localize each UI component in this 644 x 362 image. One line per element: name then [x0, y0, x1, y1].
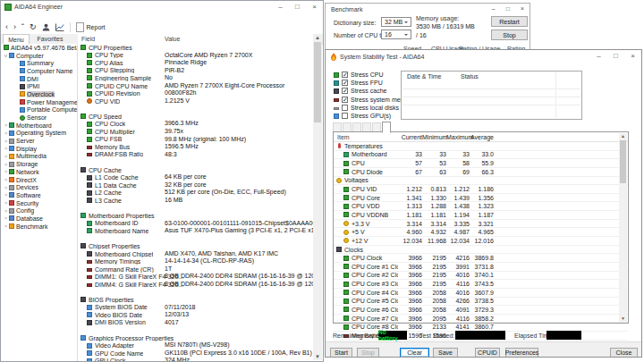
- stress-checkbox[interactable]: [342, 72, 348, 78]
- stress-checkbox[interactable]: [342, 80, 348, 86]
- maximize-button[interactable]: □: [501, 4, 515, 13]
- clear-button[interactable]: Clear: [400, 348, 429, 358]
- minimize-button[interactable]: –: [590, 50, 607, 61]
- statistics-row[interactable]: CPU 57 53 58 55.9: [334, 159, 628, 168]
- statistics-row[interactable]: CPU VID 1.212 0.813 1.212 1.186: [334, 185, 628, 194]
- tree-caret-icon[interactable]: >: [3, 185, 9, 190]
- property-row[interactable]: Memory Bus 1596.5 MHz: [78, 143, 313, 151]
- maximize-button[interactable]: □: [289, 1, 306, 12]
- tree-item[interactable]: > DirectX: [1, 176, 77, 184]
- property-row[interactable]: [78, 235, 313, 243]
- property-row[interactable]: L1 Data Cache 32 KB per core: [78, 181, 313, 189]
- tree-item[interactable]: > Server: [1, 137, 77, 145]
- tree-caret-icon[interactable]: >: [3, 177, 9, 182]
- start-button[interactable]: Start: [330, 348, 352, 358]
- up-icon[interactable]: ˆ: [21, 23, 24, 31]
- tree-item[interactable]: DMI: [1, 75, 77, 83]
- tree-caret-icon[interactable]: >: [3, 146, 9, 151]
- tree-caret-icon[interactable]: >: [3, 200, 9, 206]
- scrollbar-thumb[interactable]: [620, 140, 626, 183]
- property-row[interactable]: Graphics Processor Properties: [78, 334, 313, 342]
- close-button[interactable]: ×: [306, 1, 323, 12]
- field-column-header[interactable]: Field: [81, 36, 95, 42]
- statistics-row[interactable]: CPU Core #4 Clock 3966 2058 4016 3607.9: [334, 289, 628, 298]
- tree-item[interactable]: > Display: [1, 145, 77, 153]
- stress-checkbox[interactable]: [342, 88, 348, 94]
- statistics-scrollbar[interactable]: ▲ ▼: [619, 133, 627, 322]
- statistics-row[interactable]: CPU Core #3 Clock 3966 2195 4116 3743.5: [334, 280, 628, 289]
- property-row[interactable]: Motherboard Properties: [78, 212, 313, 220]
- property-row[interactable]: [78, 158, 313, 166]
- user-icon[interactable]: [42, 23, 50, 31]
- statistics-row[interactable]: Voltages: [334, 177, 628, 186]
- property-row[interactable]: Chipset Properties: [78, 242, 313, 250]
- property-row[interactable]: CPU VID 1.2125 V: [78, 97, 313, 105]
- tree-item[interactable]: Sensor: [1, 114, 77, 122]
- property-row[interactable]: L1 Code Cache 64 KB per core: [78, 173, 313, 181]
- tree-item[interactable]: > Security: [1, 199, 77, 207]
- statistics-row[interactable]: CPU Core #7 Clock 3966 2095 4116 3858.2: [334, 315, 628, 324]
- tree-item[interactable]: AIDA64 v5.97.4676 Beta: [1, 44, 77, 52]
- scroll-up-icon[interactable]: ▲: [619, 133, 627, 139]
- property-row[interactable]: CPUID CPU Name AMD Ryzen 7 2700X Eight-C…: [78, 82, 313, 90]
- scroll-up-icon[interactable]: ▲: [313, 34, 322, 41]
- column-maximum[interactable]: Maximum: [446, 134, 470, 140]
- tree-caret-icon[interactable]: >: [3, 208, 9, 214]
- property-row[interactable]: CPU Cache: [78, 166, 313, 174]
- tree-item[interactable]: Computer Name: [1, 67, 77, 75]
- report-button[interactable]: Report: [76, 22, 106, 32]
- column-average[interactable]: Average: [470, 134, 494, 140]
- chart-icon[interactable]: [55, 23, 64, 31]
- tree-item[interactable]: > Motherboard: [1, 122, 77, 130]
- close-button[interactable]: ×: [624, 50, 641, 61]
- statistics-row[interactable]: Temperatures: [334, 142, 628, 151]
- scrollbar-thumb[interactable]: [314, 42, 321, 122]
- property-row[interactable]: [78, 289, 313, 297]
- restart-button[interactable]: Restart: [491, 16, 528, 27]
- statistics-row[interactable]: Clocks: [334, 246, 628, 255]
- cpuid-button[interactable]: CPUID: [475, 348, 500, 358]
- property-row[interactable]: CPUID Revision 00800F82h: [78, 89, 313, 97]
- tree-item[interactable]: v Computer: [1, 52, 77, 60]
- property-row[interactable]: Motherboard Name Asus TUF X470-Plus Gami…: [78, 227, 313, 235]
- tree-caret-icon[interactable]: >: [3, 223, 9, 229]
- property-row[interactable]: DIMM4: G Skill FlareX F4-320... 8 GB DDR…: [78, 281, 313, 289]
- forward-icon[interactable]: ›: [13, 23, 16, 31]
- property-row[interactable]: CPU Alias Pinnacle Ridge: [78, 59, 313, 67]
- column-minimum[interactable]: Minimum: [422, 134, 446, 140]
- tree-item[interactable]: > Benchmark: [1, 223, 77, 231]
- property-row[interactable]: System BIOS Date 07/11/2018: [78, 304, 313, 312]
- property-row[interactable]: Motherboard Chipset AMD X470, AMD Taisha…: [78, 250, 313, 258]
- property-row[interactable]: CPU Stepping PiR-B2: [78, 67, 313, 75]
- tree-caret-icon[interactable]: >: [3, 122, 9, 128]
- tree-caret-icon[interactable]: v: [3, 53, 9, 58]
- back-icon[interactable]: ‹: [5, 23, 8, 31]
- property-row[interactable]: [78, 105, 313, 113]
- property-row[interactable]: DMI BIOS Version 4017: [78, 319, 313, 327]
- property-row[interactable]: [78, 326, 313, 334]
- property-row[interactable]: Command Rate (CR) 1T: [78, 265, 313, 274]
- tree-item[interactable]: > Multimedia: [1, 153, 77, 161]
- tree-item[interactable]: > Database: [1, 215, 77, 223]
- tree-item[interactable]: > Config: [1, 206, 77, 215]
- panel-scrollbar[interactable]: ▲ ▼: [313, 34, 322, 360]
- tree-item[interactable]: > Devices: [1, 183, 77, 191]
- property-row[interactable]: CPU Multiplier 39.75x: [78, 128, 313, 136]
- tree-item[interactable]: Portable Computer: [1, 106, 77, 114]
- statistics-row[interactable]: CPU Diode 67 63 69 66.3: [334, 168, 628, 177]
- stress-checkbox[interactable]: [342, 105, 348, 111]
- scroll-down-icon[interactable]: ▼: [313, 353, 322, 360]
- property-row[interactable]: GPU Code Name GK110B (PCI Express 3.0 x1…: [78, 349, 313, 358]
- close-button[interactable]: Close: [610, 348, 638, 358]
- tree-caret-icon[interactable]: >: [3, 192, 9, 198]
- minimize-button[interactable]: –: [272, 1, 289, 12]
- cpu-threads-select[interactable]: 16: [381, 29, 411, 39]
- tree-caret-icon[interactable]: >: [3, 162, 9, 167]
- maximize-button[interactable]: □: [607, 50, 624, 61]
- property-row[interactable]: CPU FSB 99.8 MHz (original: 100 MHz): [78, 136, 313, 144]
- property-row[interactable]: Memory Timings 14-14-14-34 (CL-RCD-RP-RA…: [78, 257, 313, 265]
- tree-item[interactable]: > Software: [1, 191, 77, 199]
- property-row[interactable]: L2 Cache 512 KB per core (On-Die, ECC, F…: [78, 189, 313, 197]
- tree-item[interactable]: Overclock: [1, 90, 77, 98]
- stop-button[interactable]: Stop: [491, 29, 528, 40]
